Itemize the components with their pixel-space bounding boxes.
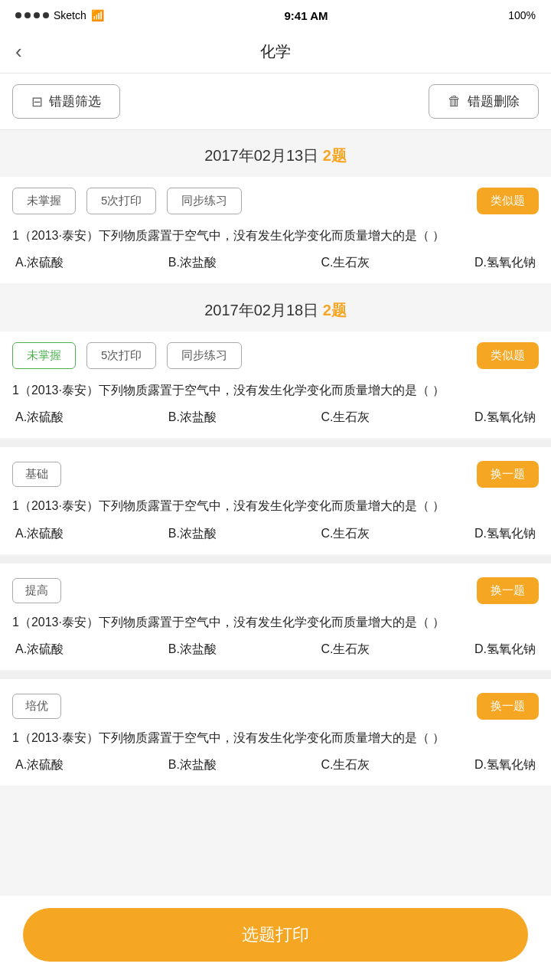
option-1-3-3: D.氢氧化钠 [474, 757, 536, 773]
change-btn-1-3[interactable]: 换一题 [477, 693, 539, 720]
status-bar-left: Sketch 📶 [15, 9, 104, 21]
option-1-2-0: A.浓硫酸 [15, 642, 64, 658]
trash-icon: 🗑 [448, 93, 461, 109]
option-1-1-3: D.氢氧化钠 [474, 526, 536, 542]
action-btn-0-0-2[interactable]: 同步练习 [167, 188, 242, 214]
options-row-0-0: A.浓硫酸B.浓盐酸C.生石灰D.氢氧化钠 [12, 255, 539, 271]
filter-icon: ⊟ [31, 93, 43, 110]
option-1-3-0: A.浓硫酸 [15, 757, 64, 773]
sections-container: 2017年02月13日 2题未掌握5次打印同步练习类似题1（2013·泰安）下列… [0, 130, 551, 786]
divider-1-0 [0, 439, 551, 447]
action-btn-1-0-1[interactable]: 5次打印 [86, 342, 156, 369]
action-btn-1-0-2[interactable]: 同步练习 [167, 342, 242, 369]
option-1-0-1: B.浓盐酸 [168, 410, 217, 426]
sub-label-row-1-3: 培优 换一题 [12, 693, 539, 720]
nav-bar: ‹ 化学 [0, 31, 551, 74]
question-text-0-0: 1（2013·泰安）下列物质露置于空气中，没有发生化学变化而质量增大的是（ ） [12, 225, 539, 246]
action-btn-1-0-0[interactable]: 未掌握 [12, 342, 76, 369]
sub-label-1-1: 基础 [12, 462, 61, 487]
divider-1-2 [0, 671, 551, 679]
options-row-1-1: A.浓硫酸B.浓盐酸C.生石灰D.氢氧化钠 [12, 526, 539, 542]
question-text-1-3: 1（2013·泰安）下列物质露置于空气中，没有发生化学变化而质量增大的是（ ） [12, 727, 539, 748]
count-badge-1: 2题 [323, 302, 347, 318]
question-card-1-1: 基础 换一题 1（2013·泰安）下列物质露置于空气中，没有发生化学变化而质量增… [0, 447, 551, 554]
divider-1-1 [0, 556, 551, 564]
date-text-1: 2017年02月18日 [204, 302, 318, 318]
question-card-0-0: 未掌握5次打印同步练习类似题1（2013·泰安）下列物质露置于空气中，没有发生化… [0, 177, 551, 283]
option-1-2-1: B.浓盐酸 [168, 642, 217, 658]
option-1-0-3: D.氢氧化钠 [474, 410, 536, 426]
question-text-1-0: 1（2013·泰安）下列物质露置于空气中，没有发生化学变化而质量增大的是（ ） [12, 380, 539, 400]
status-bar: Sketch 📶 9:41 AM 100% [0, 0, 551, 31]
filter-button[interactable]: ⊟ 错题筛选 [12, 84, 120, 119]
action-btn-0-0-0[interactable]: 未掌握 [12, 188, 76, 214]
change-btn-1-2[interactable]: 换一题 [477, 577, 539, 604]
similar-btn-1-0[interactable]: 类似题 [477, 342, 539, 369]
option-0-0-1: B.浓盐酸 [168, 255, 217, 271]
sub-label-row-1-1: 基础 换一题 [12, 461, 539, 488]
filter-label: 错题筛选 [49, 93, 101, 110]
signal-dots [15, 12, 49, 18]
options-row-1-3: A.浓硫酸B.浓盐酸C.生石灰D.氢氧化钠 [12, 757, 539, 773]
option-1-1-1: B.浓盐酸 [168, 526, 217, 542]
question-text-1-1: 1（2013·泰安）下列物质露置于空气中，没有发生化学变化而质量增大的是（ ） [12, 495, 539, 516]
question-card-1-2: 提高 换一题 1（2013·泰安）下列物质露置于空气中，没有发生化学变化而质量增… [0, 564, 551, 670]
action-row-0-0: 未掌握5次打印同步练习类似题 [12, 188, 539, 214]
date-header-0: 2017年02月13日 2题 [0, 130, 551, 177]
print-button[interactable]: 选题打印 [23, 908, 528, 962]
option-1-1-2: C.生石灰 [321, 526, 370, 542]
toolbar: ⊟ 错题筛选 🗑 错题删除 [0, 74, 551, 130]
sub-label-row-1-2: 提高 换一题 [12, 577, 539, 604]
question-card-1-0: 未掌握5次打印同步练习类似题1（2013·泰安）下列物质露置于空气中，没有发生化… [0, 332, 551, 438]
wifi-icon: 📶 [91, 9, 104, 21]
date-text-0: 2017年02月13日 [204, 147, 318, 164]
app-name: Sketch [54, 9, 86, 21]
status-time: 9:41 AM [285, 9, 328, 22]
page-title: 化学 [260, 41, 291, 62]
count-badge-0: 2题 [323, 147, 347, 164]
sub-label-1-3: 培优 [12, 694, 61, 719]
option-0-0-0: A.浓硫酸 [15, 255, 64, 271]
option-1-3-2: C.生石灰 [321, 757, 370, 773]
option-1-2-3: D.氢氧化钠 [474, 642, 536, 658]
question-text-1-2: 1（2013·泰安）下列物质露置于空气中，没有发生化学变化而质量增大的是（ ） [12, 612, 539, 632]
battery-indicator: 100% [508, 9, 536, 21]
date-header-1: 2017年02月18日 2题 [0, 285, 551, 332]
option-1-3-1: B.浓盐酸 [168, 757, 217, 773]
options-row-1-0: A.浓硫酸B.浓盐酸C.生石灰D.氢氧化钠 [12, 410, 539, 426]
action-btn-0-0-1[interactable]: 5次打印 [86, 188, 156, 214]
option-1-1-0: A.浓硫酸 [15, 526, 64, 542]
option-1-0-2: C.生石灰 [321, 410, 370, 426]
question-card-1-3: 培优 换一题 1（2013·泰安）下列物质露置于空气中，没有发生化学变化而质量增… [0, 679, 551, 786]
similar-btn-0-0[interactable]: 类似题 [477, 188, 539, 214]
delete-button[interactable]: 🗑 错题删除 [429, 84, 539, 119]
options-row-1-2: A.浓硫酸B.浓盐酸C.生石灰D.氢氧化钠 [12, 642, 539, 658]
print-bar: 选题打印 [0, 896, 551, 980]
option-1-2-2: C.生石灰 [321, 642, 370, 658]
bottom-space [0, 787, 551, 864]
sub-label-1-2: 提高 [12, 578, 61, 603]
delete-label: 错题删除 [468, 93, 520, 110]
action-row-1-0: 未掌握5次打印同步练习类似题 [12, 342, 539, 369]
option-0-0-3: D.氢氧化钠 [474, 255, 536, 271]
change-btn-1-1[interactable]: 换一题 [477, 461, 539, 488]
back-button[interactable]: ‹ [15, 40, 22, 64]
option-0-0-2: C.生石灰 [321, 255, 370, 271]
option-1-0-0: A.浓硫酸 [15, 410, 64, 426]
